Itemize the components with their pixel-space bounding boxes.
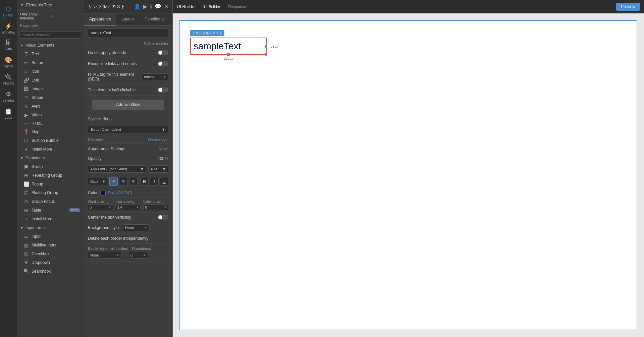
align-right-button[interactable]: ≡ bbox=[129, 177, 138, 186]
align-center-button[interactable]: ≡ bbox=[119, 177, 127, 186]
containers-section[interactable]: ▼ Containers bbox=[17, 154, 84, 162]
nav-item-design[interactable]: ⬡ Design bbox=[0, 3, 17, 20]
element-built-on-bubble[interactable]: ⬡ Built on Bubble bbox=[17, 136, 84, 145]
element-text[interactable]: T Text bbox=[17, 50, 84, 58]
nav-item-workflow[interactable]: ⚡ Workflow bbox=[0, 20, 17, 37]
element-install-more-c[interactable]: + Install More bbox=[17, 215, 84, 223]
nav-item-plugins[interactable]: 🔌 Plugins bbox=[0, 71, 17, 88]
shape-icon: □ bbox=[23, 95, 29, 100]
element-install-more-ve[interactable]: + Install More bbox=[17, 145, 84, 154]
element-link[interactable]: 🔗 Link bbox=[17, 76, 84, 85]
top-bar-responsive[interactable]: Responsive bbox=[225, 3, 250, 10]
line-spacing-input[interactable]: 1.4 ▼ bbox=[116, 204, 141, 210]
element-popup[interactable]: ⬜ Popup bbox=[17, 180, 84, 188]
avatar-icon[interactable]: 👤 bbox=[134, 3, 141, 10]
opacity-row: Opacity 100 % bbox=[84, 154, 172, 163]
border-style-select[interactable]: None ▼ bbox=[88, 252, 121, 259]
plugins-icon: 🔌 bbox=[5, 73, 12, 81]
elements-tree-header: ▼ Elements Tree bbox=[17, 0, 84, 10]
element-multiline-input-label: Multiline Input bbox=[32, 243, 56, 247]
bg-style-select[interactable]: None ▼ bbox=[123, 224, 150, 231]
element-searchbox[interactable]: 🔍 Searchbox bbox=[17, 267, 84, 276]
center-vert-toggle[interactable] bbox=[158, 215, 168, 220]
element-alert[interactable]: ⚠ Alert bbox=[17, 102, 84, 111]
style-attr-select[interactable]: Body (Overridden) ▼ bbox=[88, 126, 168, 133]
tab-layout[interactable]: Layout bbox=[116, 13, 139, 25]
nav-item-data[interactable]: 🗄 Data bbox=[0, 37, 17, 54]
element-icon[interactable]: ☆ Icon bbox=[17, 67, 84, 76]
only-show-hideable-row[interactable]: Only show hideable ✓ bbox=[17, 10, 84, 22]
bold-button[interactable]: B bbox=[140, 177, 149, 186]
tab-appearance[interactable]: Appearance bbox=[84, 13, 116, 25]
element-tag-text: サンプルテキスト bbox=[196, 31, 222, 36]
element-multiline-input[interactable]: ▤ Multiline Input bbox=[17, 241, 84, 249]
border-roundness-caret: ▼ bbox=[143, 254, 146, 257]
top-bar-ui-builder[interactable]: UI Builder bbox=[201, 3, 223, 10]
letter-spacing-label: Letter spacing bbox=[143, 200, 164, 204]
chat-icon[interactable]: 💬 bbox=[155, 3, 161, 10]
input-forms-label: Input forms bbox=[25, 225, 46, 230]
elements-tree-title: Elements Tree bbox=[26, 3, 52, 7]
element-checkbox[interactable]: ☑ Checkbox bbox=[17, 249, 84, 258]
color-swatch[interactable] bbox=[100, 190, 106, 195]
element-group[interactable]: ▣ Group bbox=[17, 162, 84, 171]
element-name-input[interactable] bbox=[88, 29, 168, 37]
element-table[interactable]: ⊟ Table BETA bbox=[17, 206, 84, 215]
multiline-input-icon: ▤ bbox=[23, 242, 29, 248]
element-group-focus[interactable]: ⊙ Group Focus bbox=[17, 197, 84, 206]
resize-handle-mid-bottom[interactable] bbox=[227, 53, 230, 56]
element-repeating-group[interactable]: ⊞ Repeating Group bbox=[17, 171, 84, 180]
letter-spacing-input[interactable]: 0 ▼ bbox=[143, 204, 168, 210]
element-map[interactable]: 📍 Map bbox=[17, 127, 84, 136]
border-roundness-select[interactable]: 0 ▼ bbox=[128, 252, 148, 259]
tab-conditional[interactable]: Conditional bbox=[139, 13, 170, 25]
element-image[interactable]: 🖼 Image bbox=[17, 85, 84, 93]
align-left-button[interactable]: ≡ bbox=[109, 177, 118, 186]
element-video[interactable]: ▶ Video bbox=[17, 111, 84, 119]
font-select[interactable]: App Font (Open Sans) ▼ bbox=[88, 165, 146, 173]
info-icon[interactable]: ℹ bbox=[150, 3, 152, 10]
bb-code-toggle[interactable] bbox=[158, 50, 168, 55]
nav-item-logs[interactable]: 📋 Logs bbox=[0, 105, 17, 122]
prop-tabs: Appearance Layout Conditional bbox=[84, 13, 172, 26]
play-icon[interactable]: ▶ bbox=[143, 3, 147, 10]
border-inputs: Border style - all borders Roundness bbox=[88, 246, 168, 250]
rich-text-editor-link[interactable]: Rich text editor bbox=[84, 40, 172, 47]
color-text-value[interactable]: Text (#091747) bbox=[108, 191, 132, 195]
element-floating-group-label: Floating Group bbox=[32, 190, 58, 195]
nav-label-plugins: Plugins bbox=[3, 81, 14, 85]
edit-style-link[interactable]: Edit style bbox=[88, 138, 103, 142]
element-dropdown[interactable]: ▼ Dropdown bbox=[17, 258, 84, 267]
text-box[interactable]: sampleText 228px 52px bbox=[190, 38, 267, 55]
element-shape[interactable]: □ Shape bbox=[17, 93, 84, 102]
preview-button[interactable]: Preview bbox=[616, 3, 640, 11]
resize-handle-mid-right[interactable] bbox=[265, 45, 267, 48]
not-clickable-toggle[interactable] bbox=[158, 87, 168, 93]
nav-item-styles[interactable]: 🎨 Styles bbox=[0, 54, 17, 71]
nav-item-settings[interactable]: ⚙ Settings bbox=[0, 88, 17, 105]
reset-link[interactable]: Reset bbox=[159, 147, 168, 151]
italic-button[interactable]: I bbox=[150, 177, 158, 186]
visual-elements-section[interactable]: ▼ Visual Elements bbox=[17, 41, 84, 50]
font-size-select[interactable]: 36px ▼ bbox=[88, 178, 108, 185]
resize-handle-corner[interactable] bbox=[265, 53, 267, 56]
html-tag-select[interactable]: normal ▼ bbox=[142, 73, 168, 80]
input-forms-section[interactable]: ▼ Input forms bbox=[17, 223, 84, 232]
search-input[interactable] bbox=[19, 31, 81, 39]
canvas-text-element[interactable]: T サンプルテキスト sampleText 228px 52px bbox=[190, 38, 267, 55]
style-attribute-label: Style Attribute bbox=[84, 114, 172, 123]
recognize-links-toggle[interactable] bbox=[158, 61, 168, 66]
opacity-value: 100 bbox=[158, 156, 164, 161]
element-html[interactable]: <> HTML bbox=[17, 119, 84, 127]
element-button[interactable]: ▭ Button bbox=[17, 58, 84, 67]
detach-style-link[interactable]: Detach style bbox=[148, 138, 168, 142]
style-attr-row: Body (Overridden) ▼ bbox=[84, 123, 172, 136]
add-workflow-button[interactable]: Add workflow bbox=[92, 100, 164, 110]
element-input[interactable]: ▭ Input bbox=[17, 232, 84, 241]
word-spacing-input[interactable]: 0 ▼ bbox=[88, 204, 113, 210]
font-weight-select[interactable]: 400 ▼ bbox=[148, 165, 168, 173]
underline-button[interactable]: U bbox=[160, 177, 168, 186]
element-floating-group[interactable]: ◱ Floating Group bbox=[17, 188, 84, 197]
close-icon[interactable]: ✕ bbox=[164, 3, 168, 10]
element-video-label: Video bbox=[32, 113, 42, 117]
